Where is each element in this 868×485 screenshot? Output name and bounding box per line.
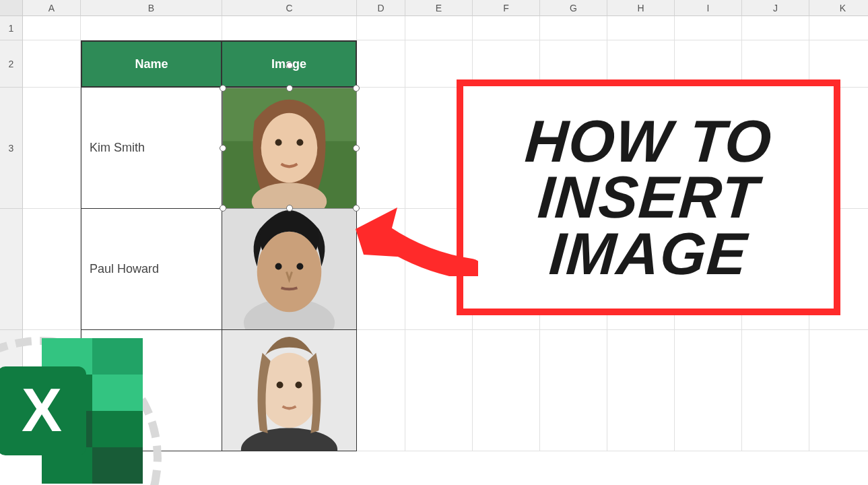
callout-box: HOW TO INSERT IMAGE: [457, 79, 840, 315]
cell-J1[interactable]: [742, 16, 809, 40]
svg-point-5: [296, 139, 303, 146]
svg-rect-19: [92, 338, 143, 375]
cell-D4[interactable]: [357, 209, 405, 330]
cell-G5[interactable]: [540, 330, 607, 451]
col-header-E[interactable]: E: [405, 0, 473, 16]
col-header-C[interactable]: C: [222, 0, 357, 16]
svg-point-16: [295, 382, 302, 389]
svg-point-4: [275, 139, 282, 146]
table-cell-image-3[interactable]: [222, 330, 357, 451]
table-cell-image-2[interactable]: [222, 209, 357, 330]
cell-A1[interactable]: [23, 16, 81, 40]
callout-line-1: HOW TO: [523, 113, 774, 170]
cell-G1[interactable]: [540, 16, 607, 40]
person-photo-2[interactable]: [222, 209, 356, 329]
cell-F1[interactable]: [473, 16, 540, 40]
cell-F5[interactable]: [473, 330, 540, 451]
svg-point-3: [261, 113, 318, 183]
col-header-I[interactable]: I: [675, 0, 742, 16]
person-photo-3[interactable]: [222, 330, 356, 451]
svg-rect-25: [92, 447, 143, 484]
callout-line-3: IMAGE: [547, 226, 749, 282]
row-header-3[interactable]: 3: [0, 88, 23, 209]
cell-E1[interactable]: [405, 16, 473, 40]
cell-E5[interactable]: [405, 330, 473, 451]
row-header-2[interactable]: 2: [0, 40, 23, 88]
col-header-G[interactable]: G: [540, 0, 607, 16]
col-header-D[interactable]: D: [357, 0, 405, 16]
callout-line-2: INSERT: [537, 169, 761, 226]
svg-point-11: [296, 263, 303, 270]
select-all-corner[interactable]: [0, 0, 23, 16]
cell-J5[interactable]: [742, 330, 809, 451]
cell-A3[interactable]: [23, 88, 81, 209]
cell-D1[interactable]: [357, 16, 405, 40]
svg-point-15: [277, 382, 283, 389]
col-header-B[interactable]: B: [81, 0, 222, 16]
cell-A2[interactable]: [23, 40, 81, 88]
cell-D2[interactable]: [357, 40, 405, 88]
cell-D3[interactable]: [357, 88, 405, 209]
table-header-image[interactable]: Image: [222, 40, 357, 88]
cell-I5[interactable]: [675, 330, 742, 451]
svg-point-10: [275, 263, 282, 270]
cell-K5[interactable]: [809, 330, 868, 451]
cell-C1[interactable]: [222, 16, 357, 40]
person-photo-1[interactable]: [222, 88, 356, 208]
column-header-row: A B C D E F G H I J K: [0, 0, 868, 16]
table-cell-name-1[interactable]: Kim Smith: [81, 88, 222, 209]
col-header-F[interactable]: F: [473, 0, 540, 16]
cell-K1[interactable]: [809, 16, 868, 40]
cell-H5[interactable]: [607, 330, 675, 451]
excel-logo-icon: X: [0, 310, 175, 485]
cell-I1[interactable]: [675, 16, 742, 40]
svg-rect-23: [92, 411, 143, 447]
col-header-A[interactable]: A: [23, 0, 81, 16]
cell-H1[interactable]: [607, 16, 675, 40]
row-header-1[interactable]: 1: [0, 16, 23, 40]
col-header-J[interactable]: J: [742, 0, 809, 16]
col-header-H[interactable]: H: [607, 0, 675, 16]
cell-D5[interactable]: [357, 330, 405, 451]
table-header-name[interactable]: Name: [81, 40, 222, 88]
cell-B1[interactable]: [81, 16, 222, 40]
col-header-K[interactable]: K: [809, 0, 868, 16]
svg-text:X: X: [22, 377, 62, 444]
table-cell-image-1[interactable]: [222, 88, 357, 209]
svg-rect-21: [92, 375, 143, 411]
